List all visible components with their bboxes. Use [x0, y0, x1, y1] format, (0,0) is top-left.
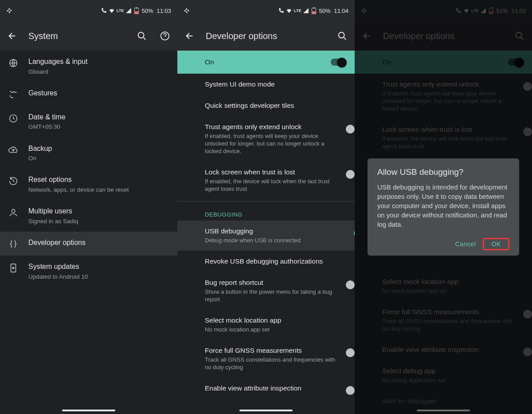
settings-item-backup[interactable]: BackupOn	[0, 138, 177, 169]
battery-percent: 50%	[141, 8, 153, 14]
status-bar: LTE 50% 11:03	[0, 0, 177, 21]
app-bar: Developer options	[177, 21, 355, 51]
wifi-icon	[286, 8, 292, 14]
person-icon	[8, 207, 19, 218]
clock-time: 11:04	[334, 8, 348, 14]
ok-highlight-box: OK	[483, 238, 509, 250]
item-system-ui-demo[interactable]: System UI demo mode	[177, 74, 355, 95]
item-sub: GMT+05:30	[28, 123, 169, 131]
item-sub: Track all GNSS constellations and freque…	[205, 356, 340, 371]
svg-rect-2	[135, 11, 139, 14]
item-sub: If enabled, the device will lock when th…	[205, 178, 340, 193]
lte-label: LTE	[117, 8, 124, 13]
item-title: System updates	[28, 262, 169, 272]
item-title: Revoke USB debugging authorizations	[205, 257, 347, 266]
item-title: Date & time	[28, 112, 169, 122]
svg-rect-10	[313, 8, 315, 8]
page-title: Developer options	[206, 31, 326, 41]
item-title: USB debugging	[205, 227, 340, 236]
item-title: Multiple users	[28, 206, 169, 216]
search-button[interactable]	[135, 29, 149, 43]
page-title: System	[28, 31, 126, 41]
item-title: System UI demo mode	[205, 80, 347, 89]
item-gnss[interactable]: Force full GNSS measurementsTrack all GN…	[177, 340, 355, 378]
item-title: Quick settings developer tiles	[205, 101, 347, 110]
ok-button[interactable]: OK	[486, 237, 506, 251]
item-title: Gestures	[28, 88, 169, 98]
call-icon	[101, 8, 107, 14]
cloud-upload-icon	[8, 145, 19, 155]
item-view-attr[interactable]: Enable view attribute inspection	[177, 378, 355, 399]
item-title: Trust agents only extend unlock	[205, 122, 340, 131]
system-update-icon	[8, 263, 19, 273]
svg-point-12	[339, 32, 344, 38]
item-sub: On	[28, 154, 169, 162]
gesture-nav-bar[interactable]	[177, 408, 355, 414]
gesture-icon	[8, 89, 19, 100]
item-title: Reset options	[28, 175, 169, 185]
battery-icon	[311, 8, 317, 14]
settings-item-reset[interactable]: Reset optionsNetwork, apps, or device ca…	[0, 169, 177, 200]
item-bug-report[interactable]: Bug report shortcutShow a button in the …	[177, 272, 355, 310]
svg-rect-1	[136, 8, 138, 8]
globe-icon	[8, 58, 19, 68]
usb-debugging-dialog: Allow USB debugging? USB debugging is in…	[368, 158, 519, 256]
screen-developer-options: LTE 50% 11:04 Developer options On Syste…	[177, 0, 355, 414]
master-toggle-label: On	[205, 58, 214, 66]
item-sub: Signed in as Sadiq	[28, 217, 169, 225]
item-title: Enable view attribute inspection	[205, 384, 340, 393]
svg-rect-11	[313, 11, 316, 14]
item-mock-location[interactable]: Select mock location appNo mock location…	[177, 310, 355, 340]
search-button[interactable]	[335, 29, 349, 43]
item-title: Bug report shortcut	[205, 278, 340, 287]
back-button[interactable]	[183, 29, 197, 43]
screen-usb-dialog: LTE 51% 11:02 Developer options On Trust…	[355, 0, 532, 414]
divider	[177, 201, 355, 201]
screen-system: LTE 50% 11:03 System Languages & inputGb…	[0, 0, 177, 414]
item-sub: Show a button in the power menu for taki…	[205, 288, 340, 304]
settings-item-users[interactable]: Multiple usersSigned in as Sadiq	[0, 200, 177, 232]
braces-icon	[8, 239, 19, 249]
battery-percent: 50%	[319, 8, 330, 14]
settings-item-gestures[interactable]: Gestures	[0, 82, 177, 106]
item-lock-trust-lost[interactable]: Lock screen when trust is lostIf enabled…	[177, 162, 355, 199]
item-title: Developer options	[28, 238, 169, 248]
restore-icon	[8, 176, 19, 186]
item-sub: Network, apps, or device can be reset	[28, 186, 169, 194]
item-sub: If enabled, trust agents will keep your …	[205, 133, 340, 155]
settings-item-developer[interactable]: Developer options	[0, 232, 177, 256]
item-title: Languages & input	[28, 57, 169, 67]
master-toggle-bar[interactable]: On	[177, 51, 355, 74]
item-sub: Gboard	[28, 68, 169, 76]
item-title: Select mock location app	[205, 316, 347, 325]
clock-icon	[8, 113, 19, 124]
back-button[interactable]	[5, 29, 20, 43]
item-sub: No mock location app set	[205, 326, 347, 334]
item-usb-debugging[interactable]: USB debuggingDebug mode when USB is conn…	[177, 221, 355, 251]
dialog-body: USB debugging is intended for developmen…	[377, 182, 509, 229]
clock-time: 11:03	[156, 8, 171, 14]
item-trust-agents[interactable]: Trust agents only extend unlockIf enable…	[177, 116, 355, 162]
svg-point-7	[12, 209, 15, 213]
pinwheel-icon	[184, 8, 190, 14]
svg-point-3	[138, 32, 144, 38]
call-icon	[278, 8, 284, 14]
help-button[interactable]	[158, 29, 172, 43]
gesture-nav-bar[interactable]	[0, 408, 177, 414]
cancel-button[interactable]: Cancel	[450, 237, 481, 251]
settings-list: Languages & inputGboard Gestures Date & …	[0, 51, 177, 408]
item-revoke-usb[interactable]: Revoke USB debugging authorizations	[177, 251, 355, 272]
settings-item-updates[interactable]: System updatesUpdated to Android 10	[0, 256, 177, 287]
signal-icon	[125, 8, 132, 14]
item-sub: Updated to Android 10	[28, 273, 169, 281]
dialog-overlay[interactable]: Allow USB debugging? USB debugging is in…	[355, 0, 532, 414]
item-title: Backup	[28, 144, 169, 154]
settings-item-languages[interactable]: Languages & inputGboard	[0, 51, 177, 82]
item-qs-tiles[interactable]: Quick settings developer tiles	[177, 95, 355, 116]
lte-label: LTE	[294, 8, 301, 13]
master-toggle-switch[interactable]	[331, 59, 346, 66]
wifi-icon	[109, 8, 115, 14]
settings-item-datetime[interactable]: Date & timeGMT+05:30	[0, 106, 177, 138]
dialog-title: Allow USB debugging?	[377, 167, 509, 177]
battery-icon	[133, 8, 140, 14]
